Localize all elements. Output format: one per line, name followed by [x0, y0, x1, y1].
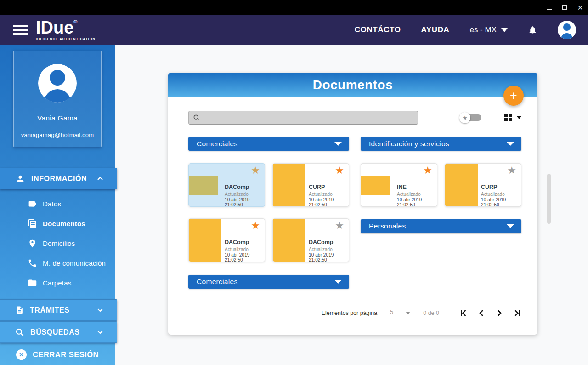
logo-text: IDue	[36, 18, 74, 37]
group-bar-comerciales[interactable]: Comerciales	[188, 137, 349, 151]
documents-panel-header: Documentos	[168, 73, 537, 97]
profile-name: Vania Gama	[14, 114, 101, 122]
right-column: Identificación y servicios ★ INE Actuali…	[361, 137, 521, 289]
sidebar-item-label: Datos	[43, 200, 61, 208]
close-button[interactable]: ✕	[572, 0, 588, 15]
sidebar-section-tramites[interactable]: TRÁMITES	[0, 299, 117, 321]
documents-icon	[27, 219, 38, 228]
maximize-button[interactable]	[557, 0, 572, 15]
document-name: INE	[397, 184, 407, 190]
sidebar: Vania Gama vaniagamag@hotmail.com INFORM…	[0, 45, 115, 365]
document-thumbnail	[445, 164, 478, 206]
add-document-button[interactable]: +	[503, 86, 524, 106]
language-selector[interactable]: es - MX	[469, 25, 508, 34]
document-card-dacomp[interactable]: ★ DAComp Actualizado 10 abr 2019 21:02:5…	[272, 218, 349, 262]
os-titlebar: ✕	[0, 0, 588, 15]
contact-link[interactable]: CONTÁCTO	[355, 25, 401, 34]
card-row: ★ DAComp Actualizado 10 abr 2019 21:02:5…	[188, 218, 349, 262]
previous-page-button[interactable]	[477, 309, 486, 317]
phone-icon	[27, 258, 38, 268]
sidebar-item-datos[interactable]: Datos	[0, 194, 115, 214]
search-box	[188, 111, 418, 125]
sidebar-section-informacion[interactable]: INFORMACIÓN	[0, 168, 117, 189]
document-card-curp[interactable]: ★ CURP Actualizado 10 abr 2019 21:02:50	[272, 163, 349, 207]
logout-button[interactable]: ✕ CERRAR SESIÓN	[0, 344, 115, 365]
document-thumbnail	[189, 176, 218, 195]
registered-mark: ®	[74, 19, 77, 24]
help-link[interactable]: AYUDA	[421, 25, 450, 34]
search-icon	[15, 328, 24, 337]
favorite-star-icon[interactable]: ★	[335, 164, 344, 177]
favorite-star-icon[interactable]: ★	[423, 164, 432, 177]
chevron-down-icon	[97, 308, 103, 312]
group-label: Comerciales	[197, 278, 237, 286]
page-range: 0 de 0	[423, 310, 439, 316]
app-header: IDue® DILIGENCE AUTHENTICATION CONTÁCTO …	[0, 15, 588, 45]
document-card-dacomp[interactable]: ★ DAComp Actualizado 10 abr 2019 21:02:5…	[188, 218, 265, 262]
document-card-curp[interactable]: ★ CURP Actualizado 10 abr 2019 21:02:50	[445, 163, 521, 207]
content-scrollbar[interactable]	[547, 174, 551, 224]
search-input[interactable]	[188, 111, 418, 125]
next-page-button[interactable]	[495, 309, 503, 317]
maximize-icon	[562, 5, 567, 10]
document-name: CURP	[309, 184, 325, 190]
minimize-button[interactable]	[541, 0, 557, 15]
section-label: BÚSQUEDAS	[30, 328, 80, 336]
sidebar-section-busquedas[interactable]: BÚSQUEDAS	[0, 321, 117, 343]
sidebar-item-documentos[interactable]: Documentos	[0, 214, 115, 234]
notifications-bell-icon[interactable]	[528, 25, 537, 35]
sidebar-item-label: M. de comunicación	[43, 259, 106, 267]
profile-card: Vania Gama vaniagamag@hotmail.com	[13, 51, 102, 147]
language-value: es - MX	[469, 25, 497, 34]
document-groups: Comerciales ★ DAComp Actualizado 10 abr …	[168, 125, 537, 289]
search-icon	[193, 114, 200, 123]
favorite-star-icon[interactable]: ★	[335, 219, 344, 233]
page-title: Documentos	[313, 78, 393, 92]
chevron-down-icon	[517, 116, 521, 119]
chevron-down-icon	[507, 224, 514, 228]
document-card-ine[interactable]: ★ INE Actualizado 10 abr 2019 21:02:50	[361, 163, 437, 207]
view-mode-selector[interactable]	[504, 114, 521, 121]
group-bar-personales[interactable]: Personales	[361, 219, 521, 233]
document-name: DAComp	[225, 184, 249, 190]
pagination-nav	[459, 309, 521, 317]
group-bar-comerciales-2[interactable]: Comerciales	[188, 275, 349, 289]
favorite-star-icon[interactable]: ★	[507, 164, 516, 177]
sidebar-item-carpetas[interactable]: Carpetas	[0, 273, 115, 293]
avatar-head	[50, 70, 65, 86]
favorite-star-icon[interactable]: ★	[251, 219, 260, 233]
folder-icon	[27, 278, 38, 288]
document-card-dacomp[interactable]: ★ DAComp Actualizado 10 abr 2019 21:02:5…	[188, 163, 265, 207]
sidebar-item-label: Documentos	[43, 220, 85, 228]
last-page-button[interactable]	[513, 309, 521, 317]
document-status: Actualizado	[309, 192, 333, 197]
group-label: Comerciales	[197, 140, 237, 148]
avatar-head	[563, 23, 571, 31]
grid-view-icon	[504, 114, 512, 121]
document-date: 10 abr 2019 21:02:50	[309, 252, 349, 262]
chevron-down-icon	[507, 142, 514, 146]
document-thumbnail	[273, 164, 305, 206]
document-thumbnail	[273, 219, 305, 262]
first-page-button[interactable]	[459, 309, 468, 317]
avatar-body	[43, 89, 72, 103]
sidebar-item-medios-comunicacion[interactable]: M. de comunicación	[0, 253, 115, 273]
left-column: Comerciales ★ DAComp Actualizado 10 abr …	[188, 137, 349, 289]
document-name: CURP	[481, 184, 497, 190]
document-thumbnail	[189, 219, 221, 262]
page-size-select[interactable]: 5	[387, 309, 411, 317]
group-bar-identificacion[interactable]: Identificación y servicios	[361, 137, 521, 151]
favorites-filter-toggle[interactable]: ★	[459, 112, 482, 123]
card-row: ★ DAComp Actualizado 10 abr 2019 21:02:5…	[188, 163, 349, 207]
sidebar-item-domicilios[interactable]: Domicilios	[0, 234, 115, 253]
documents-panel: Documentos + ★	[168, 73, 537, 335]
chevron-down-icon	[97, 330, 103, 334]
favorite-star-icon[interactable]: ★	[251, 164, 260, 177]
document-date: 10 abr 2019 21:02:50	[225, 197, 265, 207]
chevron-down-icon	[406, 312, 410, 314]
user-avatar[interactable]	[558, 21, 576, 39]
document-date: 10 abr 2019 21:02:50	[481, 197, 521, 207]
document-date: 10 abr 2019 21:02:50	[309, 197, 349, 207]
hamburger-menu-icon[interactable]	[13, 25, 28, 35]
file-icon	[15, 306, 24, 314]
